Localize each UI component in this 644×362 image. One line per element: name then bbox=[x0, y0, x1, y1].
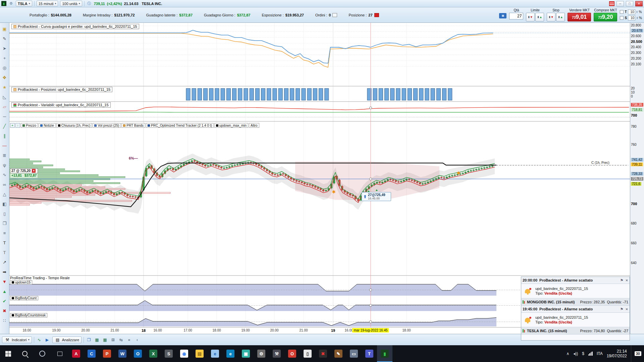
stoploss-value[interactable]: 10 bbox=[628, 15, 635, 20]
scroll-left-fast-icon[interactable]: « bbox=[126, 337, 132, 343]
taskbar-app-outlook[interactable]: O bbox=[130, 345, 146, 362]
eraser-icon[interactable]: ▱ bbox=[1, 102, 8, 112]
segment-icon[interactable]: — bbox=[1, 141, 8, 150]
price-axis[interactable]: 20.80020.67820.60020.50020.40020.30020.2… bbox=[630, 23, 644, 334]
star-icon[interactable]: ★ bbox=[1, 82, 8, 92]
taskbar-app-opera[interactable]: O bbox=[284, 345, 300, 362]
info-icon[interactable]: ⓘ bbox=[87, 1, 92, 6]
symbol-selector[interactable]: TSLA▾ bbox=[16, 1, 32, 6]
link-icon[interactable]: ⚙ bbox=[8, 1, 14, 6]
updown15-label[interactable]: updown15 bbox=[10, 280, 32, 285]
trash-icon[interactable]: ▯ bbox=[1, 209, 8, 219]
legend-item[interactable]: Prezzo bbox=[21, 123, 38, 128]
indicators-button[interactable]: ⚒ Indicatori ▾ bbox=[2, 337, 32, 343]
close-tool-icon[interactable]: ✖ bbox=[1, 306, 8, 316]
arrow-up-icon[interactable]: ▲ bbox=[1, 287, 8, 296]
limit-buy-button[interactable]: ▮▲ bbox=[535, 13, 544, 21]
anchor-icon[interactable]: ∞ bbox=[1, 180, 8, 189]
price-style-icon[interactable]: ∿ bbox=[36, 337, 42, 343]
taskbar-app-teams[interactable]: T bbox=[362, 345, 377, 362]
taskbar-app-word[interactable]: W bbox=[115, 345, 130, 362]
taskbar-app-tools[interactable]: ⚒ bbox=[269, 345, 284, 362]
alert-header[interactable]: 20:00:00 ProBacktest - Allarme scattato … bbox=[521, 277, 630, 284]
trendline-icon[interactable]: ╱ bbox=[1, 121, 8, 131]
add-indicator-button[interactable]: + bbox=[10, 123, 15, 128]
alert-instrument-row[interactable]: TESLA INC. (15 minuti) Prezzo: 734,80 Qu… bbox=[521, 327, 630, 335]
stoploss-checkbox[interactable] bbox=[620, 16, 624, 20]
cortana-button[interactable] bbox=[34, 345, 51, 362]
comment-icon[interactable]: ❐ bbox=[86, 337, 92, 343]
scroll-left-icon[interactable]: ‹ bbox=[134, 337, 140, 343]
grid-icon[interactable]: ▦ bbox=[102, 337, 108, 343]
dismiss-icon[interactable]: ✕ bbox=[626, 307, 628, 311]
dots-icon[interactable]: ∷ bbox=[1, 316, 8, 325]
run-backtest-icon[interactable]: ▶ bbox=[44, 337, 50, 343]
taskbar-app-powerpoint[interactable]: P bbox=[99, 345, 115, 362]
orders-icon[interactable] bbox=[332, 13, 337, 17]
text-alt-icon[interactable]: T bbox=[1, 248, 8, 257]
start-button[interactable] bbox=[0, 345, 16, 362]
pin-icon[interactable]: ⚑ bbox=[620, 307, 624, 311]
units-selector[interactable]: 100 unità▾ bbox=[60, 1, 82, 6]
news-icon[interactable]: ▣ bbox=[1, 24, 8, 34]
qty-input[interactable] bbox=[509, 13, 523, 19]
legend-item[interactable]: Vol prezzi (25) bbox=[93, 123, 121, 128]
maximize-button[interactable]: □ bbox=[626, 1, 633, 6]
alert-header[interactable]: 19:45:00 ProBacktest - Allarme scattato … bbox=[521, 306, 630, 313]
arrow-right-icon[interactable]: ➡ bbox=[1, 267, 8, 277]
taskbar-app-edge[interactable]: e bbox=[223, 345, 238, 362]
alert-instrument-row[interactable]: MONGODB INC. (15 minuti) Prezzo: 282,35 … bbox=[521, 298, 630, 306]
text-icon[interactable]: T bbox=[1, 238, 8, 248]
table-icon[interactable]: ▦ bbox=[94, 337, 100, 343]
swap-icon[interactable]: ⇆ bbox=[118, 337, 124, 343]
pin-icon[interactable]: ⚑ bbox=[620, 278, 624, 283]
taskbar-app-x-app[interactable]: ✖ bbox=[315, 345, 331, 362]
pitchfork-icon[interactable]: ψ bbox=[1, 160, 8, 170]
curve-icon[interactable]: ∿ bbox=[1, 170, 8, 180]
currency-icon[interactable]: $ bbox=[582, 351, 584, 356]
task-view-button[interactable] bbox=[51, 345, 68, 362]
crosshair-icon[interactable]: + bbox=[1, 53, 8, 63]
sell-market-button[interactable]: 739,01 bbox=[568, 13, 591, 21]
taskbar-app-ie[interactable]: e bbox=[207, 345, 223, 362]
target-spinner[interactable]: ▲▼ bbox=[636, 10, 638, 13]
volume-icon[interactable]: ◂)) bbox=[573, 351, 578, 356]
collapse-panel-button[interactable]: ↑ bbox=[15, 123, 20, 128]
taskbar-app-pc[interactable]: ▭ bbox=[346, 345, 362, 362]
bigbodycount-label[interactable]: BigBodyCount bbox=[10, 296, 38, 300]
channel-icon[interactable]: ∥ bbox=[1, 131, 8, 141]
target-value[interactable]: 10 bbox=[628, 9, 635, 14]
bucket-icon[interactable]: ◧ bbox=[1, 199, 8, 209]
pointer-icon[interactable]: ➤ bbox=[1, 44, 8, 53]
target-checkbox[interactable] bbox=[620, 10, 624, 14]
keyboard-icon[interactable]: ▦ bbox=[499, 13, 506, 18]
hand-icon[interactable]: ✥ bbox=[1, 73, 8, 82]
legend-item[interactable]: PRT Bands bbox=[121, 123, 145, 128]
variables-panel-title[interactable]: ProBacktest - Variabili: upd_barindex_6c… bbox=[11, 102, 111, 108]
equity-panel-title[interactable]: ProBacktest - Curva guadagni e perdite: … bbox=[11, 24, 139, 29]
taskbar-app-prorealtime[interactable]: ▮ bbox=[377, 345, 392, 362]
bigbodycountstreak-label[interactable]: BigBodyCountstreak bbox=[10, 313, 47, 317]
tray-expand-icon[interactable]: ∧ bbox=[566, 351, 569, 356]
taskbar-app-acrobat[interactable]: A bbox=[68, 345, 84, 362]
positions-panel-title[interactable]: ProBacktest - Posizioni: upd_barindex_6c… bbox=[11, 87, 112, 92]
layers-icon[interactable]: ≡ bbox=[1, 228, 8, 238]
dismiss-icon[interactable]: ✕ bbox=[626, 279, 628, 282]
position-icon[interactable] bbox=[374, 13, 379, 17]
clock[interactable]: 21:14 19/07/2022 bbox=[607, 349, 627, 358]
limit-sell-button[interactable]: ▮▼ bbox=[526, 13, 535, 21]
taskbar-app-skype[interactable]: S bbox=[161, 345, 176, 362]
stoploss-spinner[interactable]: ▲▼ bbox=[636, 16, 638, 19]
timeframe-selector[interactable]: 15 minuti▾ bbox=[37, 1, 58, 6]
pattern-icon[interactable]: △ bbox=[1, 189, 8, 199]
minimize-button[interactable]: ─ bbox=[616, 1, 624, 6]
legend-item[interactable]: Altro bbox=[249, 123, 259, 128]
taskbar-app-excel[interactable]: X bbox=[146, 345, 161, 362]
check-icon[interactable]: ✔ bbox=[1, 296, 8, 306]
analyze-button[interactable]: ▤ Analizzare bbox=[52, 337, 82, 343]
taskbar-app-your-phone[interactable]: ▯ bbox=[300, 345, 315, 362]
stop-sell-button[interactable]: ▮▼ bbox=[547, 13, 555, 21]
close-button[interactable]: ✕ bbox=[635, 1, 643, 6]
search-button[interactable] bbox=[16, 345, 34, 362]
legend-item[interactable]: PRC_Optimized Trend Tracker (2 1.4 0 t) bbox=[146, 123, 214, 128]
